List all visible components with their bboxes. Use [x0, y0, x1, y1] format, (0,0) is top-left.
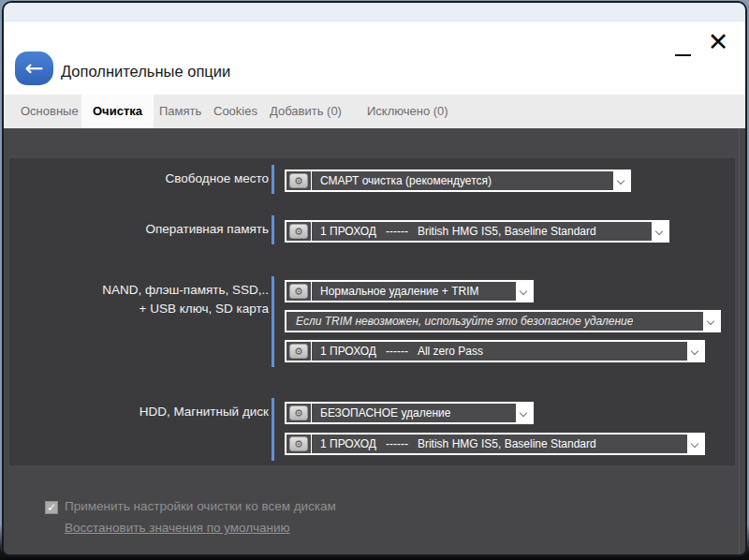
tab-main[interactable]: Основные — [17, 95, 82, 128]
dropdown-value: СМАРТ очистка (рекомендуется) — [320, 174, 492, 187]
tab-cookies[interactable]: Cookies — [210, 95, 261, 128]
chevron-down-icon — [691, 440, 698, 448]
dropdown-open-button[interactable] — [613, 171, 629, 190]
restore-defaults-link[interactable]: Восстановить значения по умолчанию — [65, 521, 290, 535]
tab-add[interactable]: Добавить (0) — [266, 95, 345, 128]
chevron-down-icon — [707, 317, 714, 325]
dropdown-separator — [311, 435, 312, 453]
dropdown-open-button[interactable] — [652, 222, 668, 241]
ram-method-dropdown[interactable]: ⚙ 1 ПРОХОД ------ British HMG IS5, Basel… — [285, 220, 669, 243]
nand-trim-fallback-dropdown[interactable]: Если TRIM невозможен, используйте это бе… — [285, 310, 721, 332]
back-button[interactable]: ← — [15, 52, 53, 85]
dropdown-separator — [311, 222, 312, 241]
ram-accent-bar — [272, 215, 274, 244]
chevron-down-icon — [520, 409, 527, 417]
dropdown-open-button[interactable] — [516, 282, 532, 301]
dropdown-value: 1 ПРОХОД ------ All zero Pass — [320, 345, 483, 358]
hdd-pass-dropdown[interactable]: ⚙ 1 ПРОХОД ------ British HMG IS5, Basel… — [285, 433, 705, 455]
chevron-down-icon — [520, 287, 527, 295]
dropdown-open-button[interactable] — [687, 342, 703, 361]
free-space-accent-bar — [272, 165, 274, 194]
apply-to-all-disks-checkbox[interactable]: ✓ — [45, 501, 58, 514]
close-button[interactable]: ✕ — [702, 22, 734, 63]
tab-memory[interactable]: Память — [155, 95, 205, 128]
hdd-method-dropdown[interactable]: ⚙ БЕЗОПАСНОЕ удаление — [285, 402, 534, 424]
nand-accent-bar — [272, 276, 274, 367]
nand-method-dropdown[interactable]: ⚙ Нормальное удаление + TRIM — [285, 280, 534, 302]
wipe-method-icon: ⚙ — [289, 173, 308, 188]
dropdown-open-button[interactable] — [687, 435, 703, 453]
ram-label: Оперативная память — [22, 220, 269, 239]
wipe-method-icon: ⚙ — [289, 224, 308, 239]
minimize-button[interactable] — [668, 35, 697, 63]
window-titlebar[interactable] — [4, 3, 745, 22]
dropdown-open-button[interactable] — [516, 404, 532, 422]
cleaning-settings-panel: Свободное место ⚙ СМАРТ очистка (рекомен… — [4, 128, 745, 554]
hdd-label: HDD, Магнитный диск — [22, 403, 269, 421]
apply-to-all-disks-label: Применить настройки очистки ко всем диск… — [65, 499, 336, 513]
chevron-down-icon — [655, 228, 663, 235]
wipe-method-icon: ⚙ — [289, 405, 308, 420]
wipe-method-icon: ⚙ — [289, 436, 308, 451]
free-space-method-dropdown[interactable]: ⚙ СМАРТ очистка (рекомендуется) — [285, 169, 631, 192]
page-title: Дополнительные опции — [61, 63, 230, 81]
tab-excluded[interactable]: Исключено (0) — [363, 95, 452, 128]
wipe-method-icon: ⚙ — [289, 284, 308, 299]
chevron-down-icon — [691, 347, 698, 355]
nand-pass-dropdown[interactable]: ⚙ 1 ПРОХОД ------ All zero Pass — [285, 340, 705, 362]
dropdown-separator — [311, 171, 312, 190]
dropdown-separator — [311, 282, 312, 301]
back-arrow-icon: ← — [24, 57, 43, 80]
header: ← Дополнительные опции ✕ — [4, 22, 745, 95]
checkmark-icon: ✓ — [47, 501, 56, 514]
dropdown-separator — [311, 342, 312, 361]
free-space-label: Свободное место — [22, 169, 269, 188]
dropdown-value: 1 ПРОХОД ------ British HMG IS5, Baselin… — [320, 437, 596, 450]
tab-bar: Основные Очистка Память Cookies Добавить… — [4, 95, 745, 128]
tab-cleaning[interactable]: Очистка — [81, 95, 154, 128]
wipe-method-icon: ⚙ — [289, 344, 308, 359]
hdd-accent-bar — [272, 398, 274, 461]
close-icon: ✕ — [708, 27, 729, 56]
nand-ssd-label: NAND, флэш-память, SSD,.. + USB ключ, SD… — [22, 281, 269, 318]
dropdown-open-button[interactable] — [703, 312, 719, 331]
panel-edge-divider — [739, 128, 740, 554]
chevron-down-icon — [617, 177, 624, 184]
dropdown-value: Если TRIM невозможен, используйте это бе… — [296, 315, 633, 328]
dropdown-value: БЕЗОПАСНОЕ удаление — [320, 406, 450, 420]
dropdown-value: Нормальное удаление + TRIM — [320, 285, 478, 298]
minimize-icon — [675, 54, 691, 56]
dropdown-value: 1 ПРОХОД ------ British HMG IS5, Baselin… — [320, 225, 596, 238]
dropdown-separator — [311, 404, 312, 422]
advanced-options-window: ← Дополнительные опции ✕ Основные Очистк… — [2, 1, 747, 556]
